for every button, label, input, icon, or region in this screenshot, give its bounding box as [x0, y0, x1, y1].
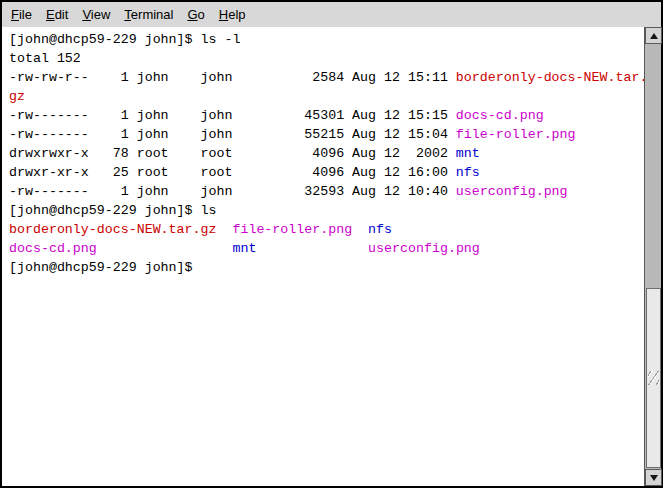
terminal-text: [john@dhcp59-229 john]$ ls: [9, 203, 216, 218]
filename-magenta: docs-cd.png: [456, 108, 544, 123]
filename-magenta: docs-cd.png: [9, 241, 97, 256]
menu-item-label: elp: [228, 7, 245, 22]
terminal-line: gz: [9, 87, 644, 106]
menu-item-file[interactable]: File: [4, 4, 39, 25]
menu-item-terminal[interactable]: Terminal: [117, 4, 180, 25]
thumb-grip-icon: [648, 371, 659, 385]
terminal-line: -rw------- 1 john john 32593 Aug 12 10:4…: [9, 182, 644, 201]
filename-magenta: userconfig.png: [456, 184, 568, 199]
menu-item-view[interactable]: View: [75, 4, 117, 25]
menu-item-go[interactable]: Go: [180, 4, 211, 25]
filename-blue: nfs: [456, 165, 480, 180]
filename-red: gz: [9, 89, 25, 104]
filename-red: borderonly-docs-NEW.tar.: [456, 70, 644, 85]
terminal-text: [216, 222, 232, 237]
terminal-text: [john@dhcp59-229 john]$ ls -l: [9, 32, 240, 47]
terminal-screen[interactable]: [john@dhcp59-229 john]$ ls -ltotal 152-r…: [2, 27, 644, 486]
filename-red: borderonly-docs-NEW.tar.gz: [9, 222, 216, 237]
terminal-line: -rw------- 1 john john 45301 Aug 12 15:1…: [9, 106, 644, 125]
filename-magenta: file-roller.png: [232, 222, 352, 237]
terminal-line: drwxr-xr-x 25 root root 4096 Aug 12 16:0…: [9, 163, 644, 182]
terminal-line: [john@dhcp59-229 john]$ ls: [9, 201, 644, 220]
scrollbar-thumb[interactable]: [646, 288, 661, 468]
menu-item-help[interactable]: Help: [212, 4, 253, 25]
terminal-text: [256, 241, 368, 256]
filename-magenta: file-roller.png: [456, 127, 576, 142]
terminal-window: FileEditViewTerminalGoHelp [john@dhcp59-…: [0, 0, 663, 488]
filename-magenta: userconfig.png: [368, 241, 480, 256]
terminal-line: -rw-rw-r-- 1 john john 2584 Aug 12 15:11…: [9, 68, 644, 87]
scroll-up-button[interactable]: [645, 27, 662, 44]
terminal-text: total 152: [9, 51, 81, 66]
terminal-text: [352, 222, 368, 237]
terminal-text: drwxr-xr-x 25 root root 4096 Aug 12 16:0…: [9, 165, 456, 180]
menu-item-accel: E: [46, 7, 55, 22]
menu-item-accel: V: [82, 7, 90, 22]
terminal-line: drwxrwxr-x 78 root root 4096 Aug 12 2002…: [9, 144, 644, 163]
menu-item-accel: H: [219, 7, 228, 22]
terminal-text: [97, 241, 233, 256]
filename-blue: nfs: [368, 222, 392, 237]
menu-item-accel: G: [187, 7, 197, 22]
menubar: FileEditViewTerminalGoHelp: [2, 2, 661, 27]
terminal-line: borderonly-docs-NEW.tar.gz file-roller.p…: [9, 220, 644, 239]
window-content: [john@dhcp59-229 john]$ ls -ltotal 152-r…: [2, 27, 661, 486]
filename-blue: mnt: [232, 241, 256, 256]
terminal-line: [john@dhcp59-229 john]$: [9, 258, 644, 277]
filename-blue: mnt: [456, 146, 480, 161]
menu-item-label: o: [198, 7, 205, 22]
terminal-text: -rw------- 1 john john 32593 Aug 12 10:4…: [9, 184, 456, 199]
terminal-text: [john@dhcp59-229 john]$: [9, 260, 193, 275]
terminal-line: total 152: [9, 49, 644, 68]
menu-item-label: ile: [19, 7, 32, 22]
terminal-line: -rw------- 1 john john 55215 Aug 12 15:0…: [9, 125, 644, 144]
terminal-text: -rw-rw-r-- 1 john john 2584 Aug 12 15:11: [9, 70, 456, 85]
menu-item-edit[interactable]: Edit: [39, 4, 75, 25]
scroll-down-button[interactable]: [645, 469, 662, 486]
menu-item-label: iew: [91, 7, 111, 22]
terminal-text: -rw------- 1 john john 55215 Aug 12 15:0…: [9, 127, 456, 142]
terminal-text: drwxrwxr-x 78 root root 4096 Aug 12 2002: [9, 146, 456, 161]
menu-item-accel: F: [11, 7, 19, 22]
terminal-line: docs-cd.png mnt userconfig.png: [9, 239, 644, 258]
menu-item-label: dit: [55, 7, 69, 22]
down-arrow-icon: [650, 475, 658, 481]
terminal-text: -rw------- 1 john john 45301 Aug 12 15:1…: [9, 108, 456, 123]
terminal-line: [john@dhcp59-229 john]$ ls -l: [9, 30, 644, 49]
scrollbar[interactable]: [644, 27, 661, 486]
up-arrow-icon: [650, 33, 658, 39]
menu-item-label: erminal: [131, 7, 174, 22]
